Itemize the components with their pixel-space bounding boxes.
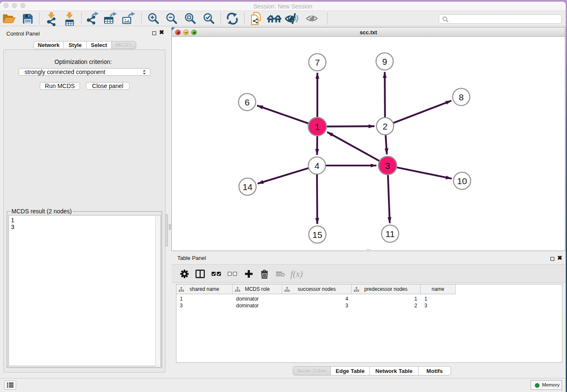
svg-text:10: 10 xyxy=(457,176,467,186)
svg-text:4: 4 xyxy=(314,161,319,171)
svg-text:1: 1 xyxy=(315,122,320,132)
svg-text:3: 3 xyxy=(385,161,390,171)
svg-text:2: 2 xyxy=(383,121,388,131)
svg-text:8: 8 xyxy=(459,92,464,102)
svg-text:11: 11 xyxy=(385,229,395,239)
svg-text:7: 7 xyxy=(315,58,320,67)
svg-text:6: 6 xyxy=(245,97,250,107)
svg-text:9: 9 xyxy=(382,57,387,66)
svg-text:15: 15 xyxy=(312,230,322,240)
svg-text:14: 14 xyxy=(242,182,253,192)
